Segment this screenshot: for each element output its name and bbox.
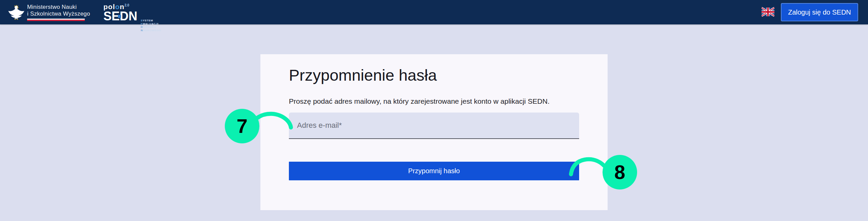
top-navbar: Ministerstwo Nauki i Szkolnictwa Wyższeg… — [0, 0, 868, 24]
callout-7-circle — [225, 109, 259, 143]
ministry-name-line2: i Szkolnictwa Wyższego — [27, 11, 90, 17]
ministry-logo: Ministerstwo Nauki i Szkolnictwa Wyższeg… — [27, 4, 90, 17]
sedn-tagline: SYSTEM EWALUACJI DOROBKU NAUKOWEGO — [141, 19, 161, 32]
password-reminder-card: Przypomnienie hasła Proszę podać adres m… — [260, 54, 608, 210]
remind-password-button[interactable]: Przypomnij hasło — [289, 162, 579, 180]
polon-sedn-logo[interactable]: polon2.0 SEDN SYSTEM EWALUACJI DOROBKU N… — [103, 2, 154, 22]
ministry-name-line1: Ministerstwo Nauki — [27, 4, 90, 11]
callout-7-number: 7 — [237, 115, 248, 137]
sedn-logo-square — [118, 15, 121, 18]
page-title: Przypomnienie hasła — [289, 66, 437, 84]
instruction-text: Proszę podać adres mailowy, na który zar… — [289, 97, 550, 105]
login-sedn-button[interactable]: Zaloguj się do SEDN — [781, 3, 858, 21]
uk-flag-icon[interactable] — [762, 7, 774, 17]
page: Ministerstwo Nauki i Szkolnictwa Wyższeg… — [0, 0, 868, 221]
polon-version: 2.0 — [124, 3, 129, 7]
polish-flag-strip — [27, 19, 85, 21]
callout-8-number: 8 — [614, 161, 625, 183]
email-input[interactable] — [289, 113, 579, 139]
sedn-wordmark: SEDN SYSTEM EWALUACJI DOROBKU NAUKOWEGO — [103, 11, 154, 22]
polish-eagle-icon — [7, 2, 25, 22]
callout-8-circle — [603, 155, 637, 189]
